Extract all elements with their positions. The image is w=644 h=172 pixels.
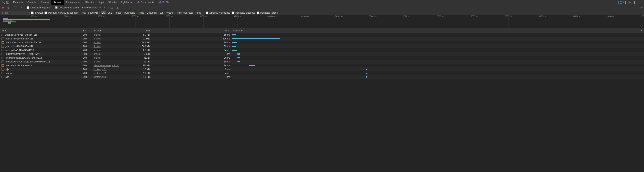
waterfall-cell <box>232 56 644 60</box>
initiator-link[interactable]: (index) <box>94 41 100 44</box>
initiator-link[interactable]: (index) <box>94 60 100 63</box>
close-icon[interactable] <box>638 1 642 4</box>
initiator-link[interactable]: (index) <box>94 56 100 59</box>
column-duration[interactable]: Durée <box>152 28 232 33</box>
inspect-element-icon[interactable] <box>2 1 5 4</box>
tab-mémoire[interactable]: Mémoire <box>82 0 96 5</box>
column-initiator[interactable]: Initiateur <box>92 28 141 33</box>
column-status[interactable]: État <box>82 28 92 33</box>
request-name: _buildManifest.js?ts=1640484544118 <box>5 53 43 55</box>
filter-icon[interactable] <box>14 6 18 10</box>
initiator-link[interactable]: content.js:32 <box>94 76 106 78</box>
column-size[interactable]: Taille <box>141 28 152 33</box>
filter-type-ws[interactable]: WS <box>159 11 165 14</box>
search-icon[interactable] <box>19 6 23 10</box>
clear-button[interactable] <box>6 6 10 10</box>
filter-type-police[interactable]: Police <box>137 11 145 14</box>
blocked-cookies-checkbox[interactable]: A bloqué les cookies <box>206 12 230 14</box>
timeline-tick: 1000 ms <box>64 15 71 18</box>
tab-sécurité[interactable]: Sécurité <box>106 0 119 5</box>
request-name: js.js <box>5 76 9 78</box>
disable-cache-checkbox[interactable]: Désactiver le cache <box>55 6 79 9</box>
table-row[interactable]: _ssgManifest.js?ts=1640484544118200(inde… <box>0 56 644 60</box>
tab-lighthouse[interactable]: Lighthouse <box>119 0 135 5</box>
tab-label: Réseau <box>54 1 61 4</box>
request-duration: 37 ms <box>152 52 232 56</box>
tab-réseau[interactable]: Réseau <box>51 0 64 5</box>
table-row[interactable]: js.js200content.js:321.3 kB4 ms <box>0 75 644 79</box>
invert-checkbox[interactable]: Inverser <box>31 12 43 14</box>
request-size: 1.3 kB <box>141 68 152 71</box>
initiator-link[interactable]: (index) <box>94 34 100 36</box>
initiator-link[interactable]: (index) <box>94 37 100 40</box>
device-toggle-icon[interactable] <box>6 1 10 4</box>
third-party-checkbox[interactable]: Requêtes tierces <box>257 12 278 14</box>
table-row[interactable]: js.js200content.js:321.3 kB3 ms <box>0 68 644 71</box>
tab-éléments[interactable]: Éléments <box>11 0 25 5</box>
import-har-icon[interactable] <box>110 6 114 10</box>
js-file-icon <box>2 45 4 48</box>
table-row[interactable]: react-refresh.js?ts=1640484544118200(ind… <box>0 40 644 44</box>
filter-type-image[interactable]: Image <box>114 11 122 14</box>
filter-type-css[interactable]: CSS <box>106 11 114 14</box>
table-row[interactable]: index.js?ts=1640484544118200(index)30.5 … <box>0 48 644 52</box>
more-icon[interactable] <box>633 1 636 4</box>
record-button[interactable] <box>1 6 4 10</box>
svg-point-6 <box>138 2 138 2</box>
tab-profiler[interactable]: Profiler <box>156 0 172 5</box>
initiator-link[interactable]: content.js:32 <box>94 72 106 74</box>
filter-type-multimdia[interactable]: Multimédia <box>123 11 136 14</box>
table-row[interactable]: react_devtools_backend.js200injectGlobal… <box>0 64 644 68</box>
table-row[interactable]: _app.js?ts=1640484544118200(index)60.2 k… <box>0 44 644 48</box>
throttling-select[interactable]: Aucune limitation <box>81 6 101 9</box>
column-waterfall[interactable]: Cascade▲ <box>232 28 644 33</box>
timeline-overview[interactable]: 500 ms1000 ms1500 ms2000 ms2500 ms3000 m… <box>0 15 644 28</box>
tab-performances[interactable]: Performances <box>64 0 82 5</box>
initiator-link[interactable]: (index) <box>94 53 100 55</box>
preserve-log-checkbox[interactable]: Conserver le journal <box>27 6 51 9</box>
chevron-down-icon <box>99 7 101 8</box>
filter-type-autre[interactable]: Autre <box>194 11 202 14</box>
table-row[interactable]: _buildManifest.js?ts=1640484544118200(in… <box>0 52 644 56</box>
filter-type-fichiermanifeste[interactable]: Fichier manifeste <box>174 11 194 14</box>
initiator-link[interactable]: (index) <box>94 45 100 48</box>
request-name: _ssgManifest.js?ts=1640484544118 <box>5 56 42 59</box>
filter-type-tout[interactable]: Tout <box>80 11 87 14</box>
initiator-link[interactable]: injectGlobalHook.js:2140 <box>94 64 119 67</box>
timeline-tick: 5000 ms <box>335 15 342 18</box>
export-har-icon[interactable] <box>116 6 119 10</box>
tab-appli[interactable]: Appli <box>96 0 106 5</box>
table-row[interactable]: main.js?ts=1640484544118200(index)1.1 MB… <box>0 37 644 40</box>
blocked-requests-checkbox[interactable]: Requêtes bloquées <box>232 12 255 14</box>
tab-console[interactable]: Console <box>25 0 38 5</box>
tab-components[interactable]: Components <box>135 0 156 5</box>
network-conditions-icon[interactable] <box>103 6 106 10</box>
tab-sources[interactable]: Sources <box>38 0 51 5</box>
network-settings-icon[interactable] <box>640 6 643 10</box>
js-file-icon <box>2 41 4 44</box>
request-duration: 4 ms <box>152 71 232 75</box>
filter-type-fetchxhr[interactable]: Fetch/XHR <box>87 11 100 14</box>
filter-type-wasm[interactable]: Wasm <box>165 11 174 14</box>
tab-label: Mémoire <box>85 1 94 4</box>
js-file-icon <box>2 60 4 63</box>
request-status: 200 <box>82 71 92 75</box>
timeline-tick: 7500 ms <box>505 15 512 18</box>
initiator-link[interactable]: (index) <box>94 49 100 52</box>
filter-type-js[interactable]: JS <box>101 11 106 14</box>
waterfall-cell <box>232 64 644 68</box>
initiator-link[interactable]: content.js:32 <box>94 68 106 71</box>
filter-type-document[interactable]: Document <box>146 11 158 14</box>
issues-badge[interactable]: 1 <box>618 1 626 4</box>
waterfall-cell <box>232 33 644 37</box>
svg-point-19 <box>104 8 105 9</box>
column-name[interactable]: Nom <box>0 28 82 33</box>
svg-rect-1 <box>6 1 8 4</box>
table-row[interactable]: dom.js200content.js:321.8 kB4 ms <box>0 71 644 75</box>
filter-input[interactable] <box>1 11 30 15</box>
settings-icon[interactable] <box>628 1 631 4</box>
table-row[interactable]: webpack.js?ts=1640484544118200(index)9.7… <box>0 33 644 37</box>
sort-asc-icon: ▲ <box>640 30 642 32</box>
table-row[interactable]: _middlewareManifest.js?ts=16404845441182… <box>0 60 644 64</box>
hide-data-urls-checkbox[interactable]: Masquer les URL de données <box>44 12 78 14</box>
